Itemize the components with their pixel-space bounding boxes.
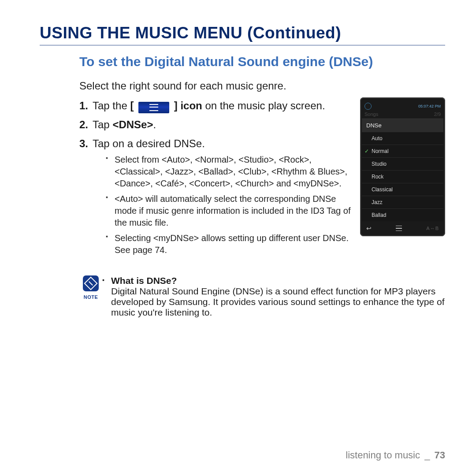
step-1-pre: Tap the: [93, 100, 130, 112]
dnse-option: Classical: [362, 183, 443, 196]
step-3: Tap on a desired DNSe. Select from <Auto…: [79, 136, 354, 257]
section-heading: To set the Digital Natural Sound engine …: [79, 54, 445, 69]
step-1: Tap the [ ] icon on the music play scree…: [79, 98, 354, 114]
icon-word: icon: [178, 100, 202, 112]
footer-separator: _: [424, 450, 430, 461]
device-title-right: 2/9: [434, 112, 441, 117]
note-icon: [83, 275, 99, 291]
step-1-post: on the music play screen.: [202, 100, 325, 112]
device-title-left: Songs: [364, 112, 378, 117]
heading-divider: [40, 45, 445, 45]
bracket-open: [: [130, 100, 134, 112]
note-item: What is DNSe? Digital Natural Sound Engi…: [102, 275, 445, 318]
dnse-option: Auto: [362, 132, 443, 145]
bracket-close: ]: [174, 100, 178, 112]
page-heading: USING THE MUSIC MENU (Continued): [40, 24, 445, 42]
dnse-option: Normal: [362, 145, 443, 157]
ab-repeat-label: A↔B: [426, 226, 439, 231]
back-icon: ↩: [366, 225, 372, 232]
menu-icon: [396, 226, 402, 231]
page-footer: listening to music _ 73: [346, 450, 445, 461]
step-3-text: Tap on a desired DNSe.: [93, 138, 205, 149]
device-panel-title: DNSe: [362, 119, 443, 132]
device-statusbar: 05:07:42 PM: [362, 102, 443, 112]
step-2-post: .: [153, 119, 156, 130]
device-titlebar: Songs 2/9: [362, 112, 443, 119]
dnse-option: Jazz: [362, 196, 443, 208]
device-time: 05:07:42 PM: [418, 104, 441, 108]
note-label: NOTE: [79, 294, 102, 300]
device-bottombar: ↩ A↔B: [362, 221, 443, 234]
note-answer: Digital Natural Sound Engine (DNSe) is a…: [111, 286, 444, 317]
note-question: What is DNSe?: [111, 275, 177, 286]
footer-page-number: 73: [435, 450, 445, 461]
step-2-pre: Tap: [93, 119, 112, 130]
dnse-option: Ballad: [362, 208, 443, 221]
section-intro: Select the right sound for each music ge…: [79, 80, 445, 92]
dnse-option: Studio: [362, 157, 443, 170]
hamburger-menu-icon: [138, 102, 169, 113]
bullet-3: Selecting <myDNSe> allows setting up dif…: [106, 232, 354, 256]
step-2: Tap <DNSe>.: [79, 117, 354, 133]
bullet-1: Select from <Auto>, <Normal>, <Studio>, …: [106, 154, 354, 190]
dnse-option: Rock: [362, 170, 443, 183]
bullet-2: <Auto> will automatically select the cor…: [106, 193, 354, 229]
step-2-bold: <DNSe>: [112, 119, 153, 130]
music-status-icon: [364, 103, 372, 110]
device-screenshot: 05:07:42 PM Songs 2/9 DNSe AutoNormalStu…: [360, 97, 445, 236]
footer-section: listening to music: [346, 450, 420, 461]
